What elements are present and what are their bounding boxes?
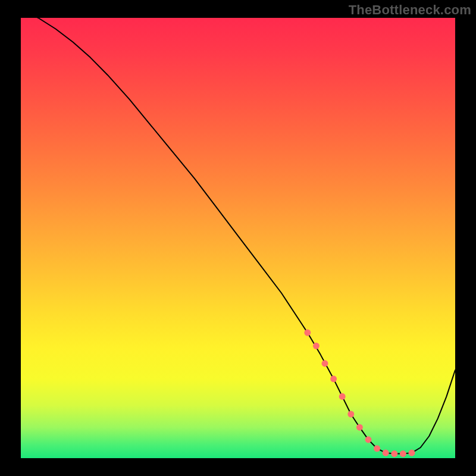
marker-dot (400, 450, 406, 457)
marker-dot (365, 436, 372, 443)
marker-dot (330, 375, 337, 382)
marker-dot (347, 411, 354, 417)
marker-dot (383, 450, 389, 456)
marker-dot (304, 330, 311, 336)
curve-layer (21, 18, 455, 458)
bottleneck-curve (21, 9, 455, 453)
marker-dot (356, 424, 363, 431)
marker-dot (313, 343, 320, 349)
chart-frame: TheBottleneck.com (0, 0, 476, 476)
marker-dot (391, 450, 397, 457)
optimal-range-markers (304, 330, 415, 458)
marker-dot (339, 393, 346, 400)
marker-dot (322, 360, 328, 367)
marker-dot (409, 450, 415, 456)
plot-area (21, 18, 455, 458)
watermark-text: TheBottleneck.com (349, 2, 471, 18)
marker-dot (374, 445, 380, 452)
